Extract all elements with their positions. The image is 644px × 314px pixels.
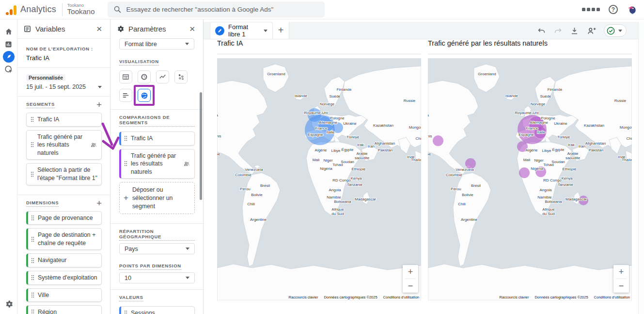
geo-granularity-value: Pays [125,246,138,252]
redo-button[interactable] [553,26,563,35]
add-dimension-icon[interactable]: + [96,200,102,207]
country-label: Angola [540,188,552,192]
segment-chip[interactable]: Trafic IA [26,113,102,127]
date-range-selector[interactable]: 15 juil. - 15 sept. 2025 [26,83,102,90]
map-bubble[interactable] [519,167,530,178]
nav-rail-item-explore[interactable] [2,50,15,63]
close-variables-icon[interactable]: ✕ [94,24,104,34]
google-apps-icon[interactable] [582,8,600,11]
dimension-chip[interactable]: Page de destination + chaîne de requête [26,228,102,250]
drag-handle-icon[interactable] [31,292,34,298]
country-label: Suède [540,94,551,99]
add-user-button[interactable] [586,26,597,36]
edit-pencil-icon [215,26,224,35]
technique-select[interactable]: Format libre [119,38,194,50]
undo-button[interactable] [537,26,546,35]
analytics-logo-icon[interactable] [6,4,16,15]
country-label: Thaïlande [622,158,632,162]
keyboard-shortcuts-link[interactable]: Raccourcis clavier [289,295,318,299]
canvas-scrollbar-track[interactable] [638,22,644,314]
country-label: Arabiesaoudite [565,151,581,160]
viz-bar-button[interactable] [119,89,132,102]
country-label: Ukraine [554,121,567,126]
country-label: Tanzanie [347,182,363,187]
dimension-chip[interactable]: Système d'exploitation [26,271,102,285]
geo-granularity-label: RÉPARTITION GÉOGRAPHIQUE [119,229,195,241]
logo-bar-short [10,9,13,15]
geo-map-trafic-ia[interactable]: GroenlandIslandeFinlandeSuèdeNorvègeRuss… [217,58,421,300]
country-label: Tanzanie [558,182,574,187]
date-range-value: 15 juil. - 15 sept. 2025 [26,83,86,90]
exploration-name-value[interactable]: Trafic IA [26,54,102,62]
drag-handle-icon[interactable] [31,171,34,177]
chevron-down-icon [186,248,189,250]
dimension-chip[interactable]: Région [26,305,102,314]
segment-chip[interactable]: Trafic généré par les résultats naturels [26,130,102,160]
dimension-chip[interactable]: Page de provenance [26,211,102,225]
zoom-out-button[interactable]: − [403,279,418,293]
viz-line-button[interactable] [156,70,169,83]
account-switcher[interactable]: Tookano Tookano [67,3,95,16]
segment-comparison-chip[interactable]: Trafic IA [119,132,195,146]
help-icon[interactable]: ? [609,5,618,14]
tab-format-libre-1[interactable]: Format libre 1 [210,22,273,39]
values-label: VALEURS [119,295,143,301]
nav-rail-item-advertising[interactable] [2,63,15,76]
dimension-chip[interactable]: Navigateur [26,253,102,267]
avatar[interactable] [627,4,637,15]
close-settings-icon[interactable]: ✕ [187,24,197,34]
country-label: Allemagne [319,120,337,125]
country-label: Colombie [446,173,462,177]
nav-rail-item-home[interactable] [2,25,15,38]
search-input[interactable] [126,6,319,13]
segment-chip[interactable]: Sélection à partir de l'étape "Format li… [26,163,102,185]
geo-map-resultats-naturels[interactable]: GroenlandIslandeFinlandeSuèdeNorvègeRuss… [428,58,632,300]
drag-handle-icon[interactable] [31,142,34,148]
download-button[interactable] [570,26,579,35]
country-label: Pérou [451,187,461,191]
drag-handle-icon[interactable] [31,258,34,264]
viz-geo-button[interactable] [138,89,151,102]
drag-handle-icon[interactable] [31,275,34,281]
map-bubble[interactable] [433,135,443,146]
terms-link[interactable]: Conditions d'utilisation [594,295,630,299]
zoom-in-button[interactable]: + [613,265,629,279]
new-tab-button[interactable]: + [273,22,289,39]
segment-comparison-chip[interactable]: Trafic généré par les résultats naturels [119,149,195,179]
keyboard-shortcuts-link[interactable]: Raccourcis clavier [500,295,529,299]
explore-icon [2,50,15,63]
drag-handle-icon[interactable] [124,135,127,141]
geo-granularity-select[interactable]: Pays [119,243,195,254]
global-search[interactable] [108,1,325,17]
country-label: Égypte [552,148,565,152]
admin-settings-icon[interactable] [2,297,15,310]
country-label: Russie [614,99,627,103]
metric-chip[interactable]: Sessions [119,306,195,314]
terms-link[interactable]: Conditions d'utilisation [383,295,419,299]
chevron-down-icon [264,30,267,32]
country-label: Islande [505,94,518,98]
dimension-chip[interactable]: Ville [26,288,102,302]
drag-handle-icon[interactable] [124,161,127,166]
segment-comparisons-section: COMPARAISONS DE SEGMENTS Trafic IATrafic… [110,109,203,223]
panel-scrollbar[interactable] [200,92,202,200]
drop-segment-target[interactable]: + Déposer ou sélectionner un segment [119,182,195,214]
add-segment-icon[interactable]: + [96,101,102,108]
drag-handle-icon[interactable] [31,116,34,122]
zoom-in-button[interactable]: + [403,265,418,279]
visualisation-label: VISUALISATION [119,59,159,66]
viz-donut-button[interactable] [138,70,151,83]
country-label: Madagascar [355,197,376,201]
country-label: Venezuela [245,167,263,172]
drag-handle-icon[interactable] [31,236,34,242]
points-per-dimension-select[interactable]: 10 [119,272,195,283]
saved-status-button[interactable] [604,24,627,37]
viz-scatter-button[interactable] [174,70,188,83]
drag-handle-icon[interactable] [124,310,127,314]
chevron-down-icon [185,43,189,45]
zoom-out-button[interactable]: − [613,279,629,293]
viz-table-button[interactable] [119,70,132,83]
drag-handle-icon[interactable] [31,215,34,221]
drag-handle-icon[interactable] [31,309,34,314]
nav-rail-item-reports[interactable] [2,38,15,50]
